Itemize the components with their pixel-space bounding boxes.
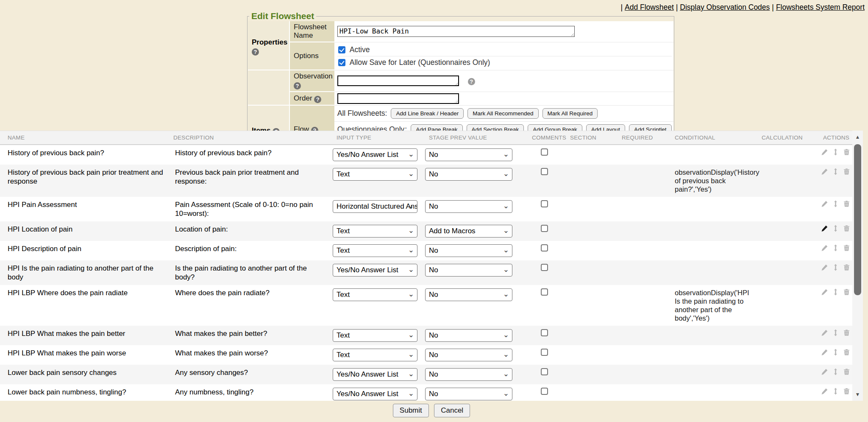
stage-prev-value-cell: No⌄ [425,285,528,326]
mark-all-required-button[interactable]: Mark All Required [542,108,598,119]
input-type-select[interactable]: Text⌄ [333,329,417,342]
delete-trash-icon[interactable] [843,200,850,207]
table-row: HPI LBP What makes the pain worseWhat ma… [0,345,852,365]
edit-pencil-icon[interactable] [821,200,828,207]
comments-checkbox[interactable] [541,148,548,156]
edit-pencil-icon[interactable] [821,288,828,296]
comments-cell [528,165,566,197]
item-name: Lower back pain numbness, tingling? [8,388,126,396]
comments-checkbox[interactable] [541,200,548,207]
stage-prev-value-select[interactable]: No⌄ [425,368,512,381]
comments-checkbox[interactable] [541,388,548,395]
delete-trash-icon[interactable] [843,148,850,156]
input-type-cell: Text⌄ [333,326,425,345]
top-link[interactable]: Display Observation Codes [680,3,770,11]
reorder-updown-icon[interactable] [832,368,839,375]
edit-pencil-icon[interactable] [821,349,828,356]
stage-prev-value-select[interactable]: No⌄ [425,349,512,361]
comments-checkbox[interactable] [541,225,548,232]
reorder-updown-icon[interactable] [832,264,839,271]
select-value: No [429,202,438,210]
comments-checkbox[interactable] [541,368,548,375]
delete-trash-icon[interactable] [843,244,850,252]
item-description: Location of pain: [175,225,228,233]
comments-checkbox[interactable] [541,264,548,271]
stage-prev-value-select[interactable]: No⌄ [425,244,512,257]
input-type-select[interactable]: Horizontal Structured Ans⌄ [333,200,417,213]
reorder-updown-icon[interactable] [832,200,839,207]
comments-checkbox[interactable] [541,244,548,252]
add-line-break-header-button[interactable]: Add Line Break / Header [391,108,464,119]
delete-trash-icon[interactable] [843,225,850,232]
top-link[interactable]: Add Flowsheet [625,3,674,11]
reorder-updown-icon[interactable] [832,388,839,395]
required-cell [618,326,671,345]
reorder-updown-icon[interactable] [832,288,839,296]
edit-pencil-icon[interactable] [821,244,828,252]
reorder-updown-icon[interactable] [832,225,839,232]
stage-prev-value-select[interactable]: Add to Macros⌄ [425,225,512,238]
top-link[interactable]: Flowsheets System Report [776,3,865,11]
edit-pencil-icon[interactable] [821,329,828,336]
stage-prev-value-select[interactable]: No⌄ [425,388,512,400]
input-type-select[interactable]: Text⌄ [333,288,417,301]
edit-pencil-icon[interactable] [821,388,828,395]
delete-trash-icon[interactable] [843,168,850,175]
edit-pencil-icon[interactable] [821,368,828,375]
comments-checkbox[interactable] [541,168,548,175]
scrollbar-thumb[interactable] [854,144,861,295]
observation-help-icon[interactable]: ? [294,82,301,89]
stage-prev-value-select[interactable]: No⌄ [425,288,512,301]
submit-button[interactable]: Submit [393,404,429,417]
reorder-updown-icon[interactable] [832,329,839,336]
delete-trash-icon[interactable] [843,288,850,296]
stage-prev-value-select[interactable]: No⌄ [425,200,512,213]
delete-trash-icon[interactable] [843,388,850,395]
order-help-icon[interactable]: ? [314,96,321,103]
item-description: Any numbness, tingling? [175,388,253,396]
scroll-down-icon[interactable]: ▼ [852,389,863,400]
stage-prev-value-select[interactable]: No⌄ [425,168,512,181]
comments-checkbox[interactable] [541,349,548,356]
edit-pencil-icon[interactable] [821,264,828,271]
comments-cell [528,384,566,401]
observation-input[interactable] [337,75,459,86]
delete-trash-icon[interactable] [843,349,850,356]
input-type-select[interactable]: Yes/No Answer List⌄ [333,388,417,400]
edit-pencil-icon[interactable] [821,225,828,232]
input-type-select[interactable]: Text⌄ [333,168,417,181]
stage-prev-value-select[interactable]: No⌄ [425,329,512,342]
input-type-select[interactable]: Yes/No Answer List⌄ [333,148,417,161]
properties-help-icon[interactable]: ? [252,48,259,56]
flowsheet-name-input[interactable] [337,26,575,37]
mark-all-recommended-button[interactable]: Mark All Recommended [467,108,538,119]
order-input[interactable] [337,93,459,104]
observation-label-cell: Observation ? [289,70,334,92]
delete-trash-icon[interactable] [843,264,850,271]
input-type-select[interactable]: Yes/No Answer List⌄ [333,368,417,381]
option-checkbox[interactable] [338,59,345,66]
reorder-updown-icon[interactable] [832,244,839,252]
chevron-down-icon: ⌄ [503,168,509,179]
input-type-select[interactable]: Text⌄ [333,349,417,361]
item-name-cell: Lower back pain numbness, tingling? [0,384,170,401]
reorder-updown-icon[interactable] [832,148,839,156]
edit-pencil-icon[interactable] [821,148,828,156]
cancel-button[interactable]: Cancel [434,404,470,417]
input-type-select[interactable]: Text⌄ [333,244,417,257]
stage-prev-value-select[interactable]: No⌄ [425,264,512,277]
reorder-updown-icon[interactable] [832,168,839,175]
edit-pencil-icon[interactable] [821,168,828,175]
stage-prev-value-select[interactable]: No⌄ [425,148,512,161]
reorder-updown-icon[interactable] [832,349,839,356]
scroll-up-icon[interactable]: ▲ [852,131,863,143]
comments-checkbox[interactable] [541,329,548,336]
conditional-cell [671,365,758,384]
input-type-select[interactable]: Text⌄ [333,225,417,238]
delete-trash-icon[interactable] [843,368,850,375]
delete-trash-icon[interactable] [843,329,850,336]
observation-field-help-icon[interactable]: ? [468,78,475,85]
comments-checkbox[interactable] [541,288,548,296]
option-checkbox[interactable] [338,46,345,53]
input-type-select[interactable]: Yes/No Answer List⌄ [333,264,417,277]
